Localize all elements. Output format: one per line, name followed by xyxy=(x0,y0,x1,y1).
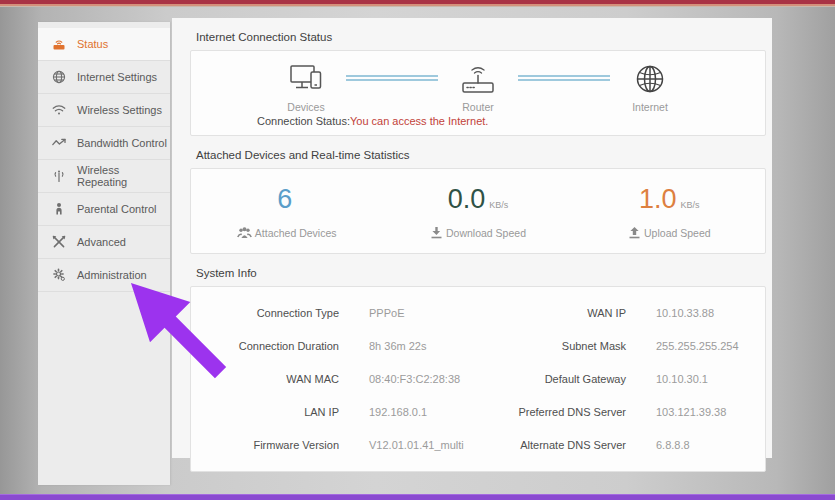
node-label: Devices xyxy=(287,101,324,113)
field-label: Subnet Mask xyxy=(478,340,626,352)
field-value: 10.10.33.88 xyxy=(656,307,714,319)
connection-status-label: Connection Status: xyxy=(257,115,350,127)
sidebar: Status Internet Settings Wireless Settin… xyxy=(38,22,170,485)
field-default-gateway: Default Gateway 10.10.30.1 xyxy=(478,362,765,395)
upload-icon xyxy=(628,226,641,239)
devices-node: Devices xyxy=(270,61,342,113)
sidebar-item-label: Wireless Repeating xyxy=(77,164,170,188)
stat-unit: KB/s xyxy=(681,200,700,210)
sidebar-item-label: Bandwidth Control xyxy=(77,137,167,149)
sidebar-item-administration[interactable]: Administration xyxy=(38,259,170,292)
field-value: 103.121.39.38 xyxy=(656,406,726,418)
field-value: 08:40:F3:C2:28:38 xyxy=(369,373,460,385)
connection-status-message: You can access the Internet. xyxy=(350,115,488,127)
link-line xyxy=(518,75,610,81)
gear-icon xyxy=(51,267,67,283)
globe-icon xyxy=(51,69,67,85)
sidebar-item-status[interactable]: Status xyxy=(38,28,170,61)
stat-value: 6 xyxy=(277,185,292,213)
sidebar-item-wireless-settings[interactable]: Wireless Settings xyxy=(38,94,170,127)
field-value: 192.168.0.1 xyxy=(369,406,427,418)
field-wan-ip: WAN IP 10.10.33.88 xyxy=(478,296,765,329)
antenna-icon xyxy=(51,168,67,184)
field-label: WAN MAC xyxy=(191,373,339,385)
person-icon xyxy=(51,201,67,217)
field-lan-ip: LAN IP 192.168.0.1 xyxy=(191,395,478,428)
field-wan-mac: WAN MAC 08:40:F3:C2:28:38 xyxy=(191,362,478,395)
connection-status-line: Connection Status:You can access the Int… xyxy=(257,115,765,127)
stat-value: 1.0 xyxy=(639,185,677,213)
bottom-accent-bar xyxy=(0,494,835,500)
sidebar-item-advanced[interactable]: Advanced xyxy=(38,226,170,259)
internet-globe-icon xyxy=(632,61,668,97)
stat-value: 0.0 xyxy=(448,185,486,213)
router-icon xyxy=(456,61,500,97)
people-icon xyxy=(237,226,252,239)
field-label: Connection Duration xyxy=(191,340,339,352)
sidebar-item-bandwidth-control[interactable]: Bandwidth Control xyxy=(38,127,170,160)
field-value: 10.10.30.1 xyxy=(656,373,708,385)
section-title-connection: Internet Connection Status xyxy=(196,31,772,43)
field-value: PPPoE xyxy=(369,307,404,319)
connection-status-card: Devices Router Internet Connection Statu… xyxy=(190,50,766,136)
connection-diagram: Devices Router Internet xyxy=(191,61,765,113)
sidebar-item-internet-settings[interactable]: Internet Settings xyxy=(38,61,170,94)
router-node: Router xyxy=(442,61,514,113)
stat-download-speed: 0.0 KB/s Download Speed xyxy=(382,185,573,239)
sidebar-item-label: Administration xyxy=(77,269,147,281)
stat-label: Upload Speed xyxy=(644,227,711,239)
sidebar-item-parental-control[interactable]: Parental Control xyxy=(38,193,170,226)
main-panel: Internet Connection Status Devices Route… xyxy=(172,18,772,458)
download-icon xyxy=(430,226,443,239)
field-label: Connection Type xyxy=(191,307,339,319)
realtime-stats-card: 6 Attached Devices 0.0 KB/s Download Spe… xyxy=(190,168,766,254)
system-info-card: Connection Type PPPoE WAN IP 10.10.33.88… xyxy=(190,286,766,472)
field-alternate-dns: Alternate DNS Server 6.8.8.8 xyxy=(478,428,765,461)
stat-unit: KB/s xyxy=(489,200,508,210)
field-label: Default Gateway xyxy=(478,373,626,385)
link-line xyxy=(346,75,438,81)
field-value: 8h 36m 22s xyxy=(369,340,426,352)
sidebar-item-label: Status xyxy=(77,38,108,50)
field-label: Alternate DNS Server xyxy=(478,439,626,451)
field-label: WAN IP xyxy=(478,307,626,319)
field-label: Preferred DNS Server xyxy=(478,406,626,418)
sidebar-item-label: Parental Control xyxy=(77,203,157,215)
field-label: Firmware Version xyxy=(191,439,339,451)
chart-icon xyxy=(51,135,67,151)
field-subnet-mask: Subnet Mask 255.255.255.254 xyxy=(478,329,765,362)
node-label: Internet xyxy=(632,101,668,113)
field-value: 255.255.255.254 xyxy=(656,340,739,352)
sidebar-item-label: Advanced xyxy=(77,236,126,248)
section-title-system-info: System Info xyxy=(196,267,772,279)
sidebar-item-wireless-repeating[interactable]: Wireless Repeating xyxy=(38,160,170,193)
stat-label: Attached Devices xyxy=(255,227,337,239)
stat-upload-speed: 1.0 KB/s Upload Speed xyxy=(574,185,765,239)
field-connection-type: Connection Type PPPoE xyxy=(191,296,478,329)
tools-icon xyxy=(51,234,67,250)
node-label: Router xyxy=(462,101,494,113)
section-title-stats: Attached Devices and Real-time Statistic… xyxy=(196,149,772,161)
sidebar-item-label: Internet Settings xyxy=(77,71,157,83)
field-value: V12.01.01.41_multi xyxy=(369,439,464,451)
sidebar-item-label: Wireless Settings xyxy=(77,104,162,116)
field-value: 6.8.8.8 xyxy=(656,439,690,451)
internet-node: Internet xyxy=(614,61,686,113)
field-firmware-version: Firmware Version V12.01.01.41_multi xyxy=(191,428,478,461)
router-icon xyxy=(51,36,67,52)
top-accent-bar xyxy=(0,0,835,7)
stat-label: Download Speed xyxy=(446,227,526,239)
wifi-icon xyxy=(51,102,67,118)
stat-attached-devices: 6 Attached Devices xyxy=(191,185,382,239)
field-label: LAN IP xyxy=(191,406,339,418)
field-connection-duration: Connection Duration 8h 36m 22s xyxy=(191,329,478,362)
devices-icon xyxy=(286,61,326,97)
field-preferred-dns: Preferred DNS Server 103.121.39.38 xyxy=(478,395,765,428)
